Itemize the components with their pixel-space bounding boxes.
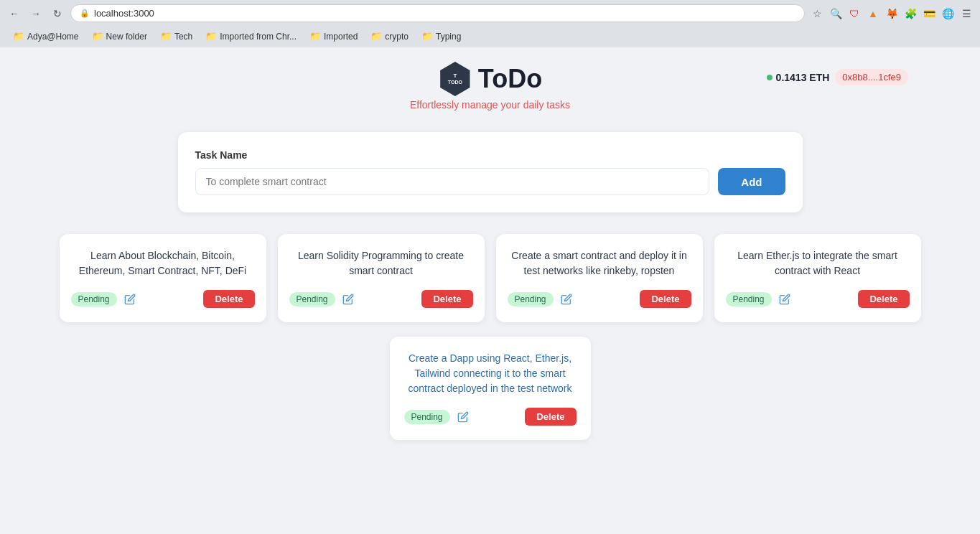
folder-icon: 📁 xyxy=(309,31,321,42)
bookmark-button[interactable]: ☆ xyxy=(809,6,825,22)
add-task-button[interactable]: Add xyxy=(718,168,785,195)
bookmark-new-folder[interactable]: 📁 New folder xyxy=(86,29,153,43)
menu-button[interactable]: ☰ xyxy=(958,6,974,22)
task-name-input[interactable] xyxy=(195,168,710,195)
edit-button-3[interactable] xyxy=(561,294,572,305)
task-text-5: Create a Dapp using React, Ether.js, Tai… xyxy=(404,351,577,396)
search-button[interactable]: 🔍 xyxy=(828,6,844,22)
browser-actions: ☆ 🔍 🛡 ▲ 🦊 🧩 💳 🌐 ☰ xyxy=(809,6,974,22)
task-card-4: Learn Ether.js to integrate the smart co… xyxy=(714,234,921,322)
task-actions-1: Pending Delete xyxy=(71,290,255,308)
brave-rewards-button[interactable]: ▲ xyxy=(865,6,881,22)
folder-icon: 📁 xyxy=(160,31,172,42)
bookmark-typing[interactable]: 📁 Typing xyxy=(416,29,467,43)
bookmark-label: Adya@Home xyxy=(27,32,79,42)
status-badge-5: Pending xyxy=(404,410,450,424)
task-text-3: Create a smart contract and deploy it in… xyxy=(508,248,691,278)
delete-button-3[interactable]: Delete xyxy=(640,290,691,308)
edit-button-4[interactable] xyxy=(779,294,790,305)
task-card-3: Create a smart contract and deploy it in… xyxy=(496,234,703,322)
eth-balance: 0.1413 ETH xyxy=(767,72,830,83)
bookmark-label: New folder xyxy=(106,32,147,42)
app-title: ToDo xyxy=(478,64,542,94)
delete-button-1[interactable]: Delete xyxy=(203,290,254,308)
task-input-card: Task Name Add xyxy=(178,132,803,212)
bookmark-imported-chr[interactable]: 📁 Imported from Chr... xyxy=(200,29,302,43)
bookmark-tech[interactable]: 📁 Tech xyxy=(154,29,198,43)
wallet-badge: 0.1413 ETH 0x8b8....1cfe9 xyxy=(767,69,908,85)
edit-button-2[interactable] xyxy=(342,294,354,305)
url-text: localhost:3000 xyxy=(94,8,154,19)
task-card-2: Learn Solidity Programming to create sma… xyxy=(278,234,485,322)
task-name-label: Task Name xyxy=(195,149,785,161)
task-actions-2: Pending Delete xyxy=(289,290,473,308)
delete-button-4[interactable]: Delete xyxy=(858,290,909,308)
folder-icon: 📁 xyxy=(92,31,103,42)
edit-button-1[interactable] xyxy=(124,294,136,305)
status-badge-4: Pending xyxy=(726,292,772,306)
folder-icon: 📁 xyxy=(370,31,382,42)
app-logo: T TODO xyxy=(438,62,472,96)
metamask-icon[interactable]: 🦊 xyxy=(884,6,900,22)
task-card-1: Learn About Blockchain, Bitcoin, Ethereu… xyxy=(60,234,266,322)
task-text-4: Learn Ether.js to integrate the smart co… xyxy=(726,248,910,278)
wallet-address[interactable]: 0x8b8....1cfe9 xyxy=(835,69,908,85)
brave-shield-button[interactable]: 🛡 xyxy=(846,6,862,22)
header: T TODO ToDo Effortlessly manage your dai… xyxy=(14,62,966,111)
bookmark-crypto[interactable]: 📁 crypto xyxy=(365,29,414,43)
task-actions-4: Pending Delete xyxy=(726,290,910,308)
reload-button[interactable]: ↻ xyxy=(49,5,66,22)
balance-text: 0.1413 ETH xyxy=(776,72,830,83)
app-container: T TODO ToDo Effortlessly manage your dai… xyxy=(0,47,980,524)
bookmark-label: Imported from Chr... xyxy=(220,32,297,42)
status-badge-3: Pending xyxy=(508,292,554,306)
status-badge-2: Pending xyxy=(289,292,335,306)
bottom-row: Create a Dapp using React, Ether.js, Tai… xyxy=(14,337,966,440)
task-card-5: Create a Dapp using React, Ether.js, Tai… xyxy=(390,337,591,440)
delete-button-5[interactable]: Delete xyxy=(525,408,576,426)
task-actions-3: Pending Delete xyxy=(508,290,691,308)
task-actions-5: Pending Delete xyxy=(404,408,577,426)
extension-icon[interactable]: 🧩 xyxy=(902,6,918,22)
bookmark-label: Typing xyxy=(436,32,461,42)
folder-icon: 📁 xyxy=(13,31,24,42)
status-badge-1: Pending xyxy=(71,292,117,306)
browser-toolbar: ← → ↻ 🔒 localhost:3000 ☆ 🔍 🛡 ▲ 🦊 🧩 💳 🌐 ☰ xyxy=(6,4,974,22)
folder-icon: 📁 xyxy=(421,31,433,42)
bookmark-label: Tech xyxy=(174,32,192,42)
app-subtitle: Effortlessly manage your daily tasks xyxy=(14,99,966,111)
globe-icon[interactable]: 🌐 xyxy=(940,6,956,22)
online-dot xyxy=(767,75,773,80)
address-bar[interactable]: 🔒 localhost:3000 xyxy=(70,4,805,22)
bookmark-label: Imported xyxy=(324,32,358,42)
forward-button[interactable]: → xyxy=(27,5,45,22)
task-input-row: Add xyxy=(195,168,785,195)
bookmark-label: crypto xyxy=(385,32,409,42)
tasks-grid: Learn About Blockchain, Bitcoin, Ethereu… xyxy=(60,234,921,322)
task-text-1: Learn About Blockchain, Bitcoin, Ethereu… xyxy=(71,248,255,278)
task-text-2: Learn Solidity Programming to create sma… xyxy=(289,248,473,278)
edit-button-5[interactable] xyxy=(457,411,469,423)
bookmark-imported[interactable]: 📁 Imported xyxy=(304,29,363,43)
browser-chrome: ← → ↻ 🔒 localhost:3000 ☆ 🔍 🛡 ▲ 🦊 🧩 💳 🌐 ☰… xyxy=(0,0,980,47)
bookmark-adya-home[interactable]: 📁 Adya@Home xyxy=(7,29,85,43)
folder-icon: 📁 xyxy=(205,31,217,42)
back-button[interactable]: ← xyxy=(6,5,23,22)
wallet-icon[interactable]: 💳 xyxy=(921,6,937,22)
lock-icon: 🔒 xyxy=(80,9,90,18)
bookmarks-bar: 📁 Adya@Home 📁 New folder 📁 Tech 📁 Import… xyxy=(6,27,974,47)
delete-button-2[interactable]: Delete xyxy=(421,290,472,308)
